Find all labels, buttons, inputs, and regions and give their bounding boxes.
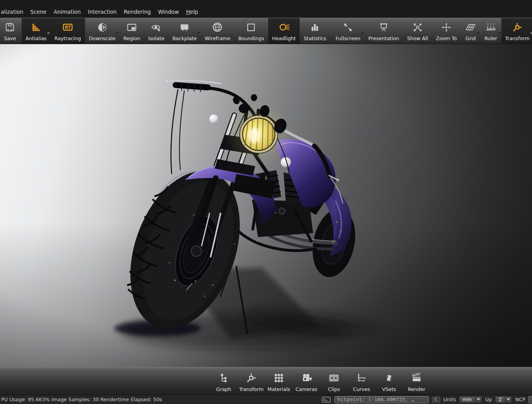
toolbar-button-downscale[interactable]: Downscale (85, 18, 120, 44)
dock-button-graph[interactable]: Graph (210, 367, 237, 395)
toolbar-button-fullscreen[interactable]: Fullscreen (332, 18, 364, 44)
ruler-ticks-icon (485, 20, 497, 34)
toolbar-button-statistics[interactable]: Statistics (300, 18, 330, 44)
toolbar-button-label: Raytracing (54, 35, 81, 41)
up-axis-value: Z (495, 397, 505, 403)
dock-button-transform[interactable]: Transform (237, 367, 265, 395)
toolbar-button-label: Downscale (89, 35, 116, 41)
module-dock: Graph Transform Materials Cameras Clips … (0, 367, 532, 395)
up-axis-label: Up (485, 397, 492, 402)
toolbar-button-label: Antialias (26, 35, 47, 41)
backplate-screen-icon (179, 20, 190, 34)
chevron-down-icon[interactable] (505, 397, 512, 403)
dropdown-arrow[interactable] (47, 32, 50, 34)
toolbar-button-label: Isolate (148, 35, 165, 41)
toolbar-button-save[interactable]: Save (0, 18, 20, 44)
dropdown-arrow[interactable] (530, 32, 532, 34)
toolbar-button-label: Statistics (304, 35, 326, 41)
dock-button-label: Materials (267, 386, 290, 392)
toolbar-button-region[interactable]: Region (119, 18, 144, 44)
menu-item-interaction[interactable]: Interaction (84, 8, 120, 16)
headlight-lamp-icon (278, 20, 290, 34)
vsets-cards-icon (383, 371, 395, 385)
dock-button-render[interactable]: Render (403, 367, 430, 395)
dock-button-curves[interactable]: Curves (348, 367, 375, 395)
downscale-half-circle-icon (96, 20, 108, 34)
wireframe-globe-icon (211, 20, 223, 34)
dock-button-label: Render (408, 386, 426, 392)
boundings-box-icon (245, 20, 257, 34)
menu-item-visualization[interactable]: alization (0, 8, 27, 16)
toolbar-button-label: Presentation (368, 35, 399, 41)
show-all-arrows-icon (412, 20, 423, 34)
toolbar-button-ruler[interactable]: Ruler (480, 18, 501, 44)
toolbar-button-presentation[interactable]: Presentation (364, 18, 403, 44)
terminal-icon[interactable] (322, 397, 331, 403)
dropdown-arrow[interactable] (197, 32, 200, 34)
filmstrip-icon (328, 371, 340, 385)
toolbar-button-show-all[interactable]: Show All (403, 18, 432, 44)
transform-gizmo-icon (512, 20, 523, 34)
dock-button-label: Graph (216, 386, 231, 392)
dropdown-arrow[interactable] (361, 32, 364, 34)
menu-item-animation[interactable]: Animation (50, 8, 84, 16)
dropdown-arrow[interactable] (477, 32, 480, 34)
fork-indicator-sphere (209, 115, 219, 124)
main-toolbar: Save Antialias Raytracing Downscale Regi… (0, 18, 532, 44)
scenegraph-tree-icon (218, 371, 230, 385)
up-axis-select[interactable]: Z (495, 396, 512, 403)
menu-item-scene[interactable]: Scene (27, 8, 50, 16)
toolbar-button-label: Transform (505, 35, 530, 41)
menu-item-help[interactable]: Help (182, 8, 202, 16)
menu-item-rendering[interactable]: Rendering (120, 8, 154, 16)
console-c-button[interactable]: C (432, 397, 440, 403)
dock-button-label: Curves (353, 386, 370, 392)
dropdown-arrow[interactable] (498, 32, 501, 34)
toolbar-button-label: Region (123, 35, 140, 41)
chevron-down-icon[interactable] (475, 397, 482, 403)
clapperboard-icon (411, 371, 423, 385)
ncp-field-cropped[interactable] (528, 396, 532, 403)
toolbar-button-wireframe[interactable]: Wireframe (201, 18, 234, 44)
ncp-label: NCP (515, 397, 525, 402)
headlight-lamp (225, 100, 293, 168)
toolbar-button-headlight[interactable]: Headlight (268, 18, 300, 44)
menu-bar: alization Scene Animation Interaction Re… (0, 0, 532, 18)
dock-button-vsets[interactable]: VSets (375, 367, 403, 395)
toolbar-button-transform[interactable]: Transform (501, 18, 532, 44)
menu-item-window[interactable]: Window (154, 8, 182, 16)
raytracing-rt-icon (62, 20, 74, 34)
dropdown-arrow[interactable] (116, 32, 119, 34)
materials-dots-icon (273, 371, 285, 385)
toolbar-button-isolate[interactable]: Isolate (144, 18, 169, 44)
motorcycle-render (0, 44, 532, 367)
toolbar-button-label: Ruler (484, 35, 497, 41)
dock-button-cameras[interactable]: Cameras (293, 367, 320, 395)
hitpoint-field[interactable]: hitpoint: (-166.490723, … (334, 396, 429, 403)
dock-button-clips[interactable]: Clips (320, 367, 348, 395)
toolbar-button-label: Zoom To (436, 35, 457, 41)
toolbar-button-label: Wireframe (205, 35, 230, 41)
toolbar-button-label: Backplate (172, 35, 197, 41)
units-select[interactable]: mm (459, 396, 482, 403)
application-window: alization Scene Animation Interaction Re… (0, 0, 532, 404)
status-right-controls: hitpoint: (-166.490723, … C Units mm Up … (322, 396, 532, 403)
units-value: mm (460, 397, 475, 403)
toolbar-button-label: Fullscreen (336, 35, 360, 41)
toolbar-button-grid[interactable]: Grid (461, 18, 480, 44)
dock-button-label: Clips (328, 386, 340, 392)
region-rect-icon (126, 20, 137, 34)
toolbar-button-zoom-to[interactable]: Zoom To (432, 18, 461, 44)
antialias-pixels-icon (31, 20, 41, 34)
viewport-3d[interactable] (0, 44, 532, 367)
dock-button-label: VSets (382, 386, 396, 392)
toolbar-button-label: Save (4, 35, 16, 41)
toolbar-button-boundings[interactable]: Boundings (234, 18, 268, 44)
toolbar-button-backplate[interactable]: Backplate (169, 18, 201, 44)
toolbar-button-raytracing[interactable]: Raytracing (50, 18, 85, 44)
dock-button-materials[interactable]: Materials (265, 367, 293, 395)
status-bar: PU Usage: 95.663% Image Samples: 30 Rend… (0, 395, 532, 404)
save-floppy-icon (4, 20, 15, 34)
statistics-bars-icon (309, 20, 321, 34)
toolbar-button-antialias[interactable]: Antialias (22, 18, 51, 44)
